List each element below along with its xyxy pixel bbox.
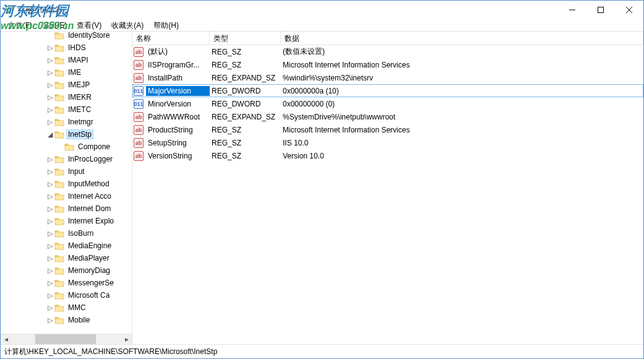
tree-item-label: Inetmgr: [66, 117, 95, 127]
menu-favorites[interactable]: 收藏夹(A): [106, 19, 148, 31]
tree-horizontal-scrollbar[interactable]: ◂ ▸: [1, 334, 132, 344]
expand-toggle-icon[interactable]: ▷: [46, 118, 54, 126]
svg-rect-0: [6, 6, 13, 14]
tree-item[interactable]: ▷MMC: [1, 301, 132, 314]
list-pane[interactable]: 名称 类型 数据 ab(默认)REG_SZ(数值未设置)abIISProgram…: [132, 32, 643, 344]
value-data: Version 10.0: [281, 151, 643, 161]
expand-toggle-icon[interactable]: ▷: [46, 106, 54, 114]
expand-toggle-icon[interactable]: ▷: [46, 292, 54, 300]
list-row[interactable]: ab(默认)REG_SZ(数值未设置): [132, 45, 643, 58]
expand-toggle-icon[interactable]: ▷: [46, 155, 54, 163]
tree-item-label: InProcLogger: [66, 154, 114, 164]
tree-item[interactable]: ▷Microsoft Ca: [1, 289, 132, 301]
folder-icon: [54, 241, 64, 250]
tree-item[interactable]: ▷Input: [1, 165, 132, 178]
folder-icon: [54, 180, 64, 188]
expand-toggle-icon[interactable]: ▷: [46, 242, 54, 250]
tree-pane[interactable]: IdentityStore▷IHDS▷IMAPI▷IME▷IMEJP▷IMEKR…: [1, 32, 132, 344]
expand-toggle-icon[interactable]: ▷: [46, 44, 54, 52]
expand-toggle-icon[interactable]: ▷: [46, 56, 54, 64]
scroll-left-arrow-icon[interactable]: ◂: [1, 334, 11, 345]
expand-toggle-icon[interactable]: ▷: [46, 254, 54, 262]
expand-toggle-icon[interactable]: ▷: [46, 69, 54, 77]
expand-toggle-icon[interactable]: ▷: [46, 192, 54, 201]
menu-edit[interactable]: 编辑(E): [37, 19, 72, 31]
minimize-button[interactable]: [558, 1, 586, 19]
tree-item[interactable]: ▷Internet Explo: [1, 215, 132, 227]
value-name: MinorVersion: [146, 99, 210, 109]
folder-icon: [54, 93, 64, 102]
close-button[interactable]: [615, 1, 643, 19]
tree-item[interactable]: Compone: [1, 141, 132, 153]
string-value-icon: ab: [134, 73, 144, 83]
value-data: Microsoft Internet Information Services: [281, 60, 643, 70]
tree-item[interactable]: ▷IMEKR: [1, 91, 132, 103]
value-name: ProductString: [146, 125, 210, 135]
tree-item[interactable]: ▷MediaEngine: [1, 240, 132, 252]
tree-item[interactable]: ▷IMAPI: [1, 54, 132, 66]
svg-rect-6: [598, 7, 604, 13]
maximize-button[interactable]: [586, 1, 615, 19]
tree-item[interactable]: ▷Inetmgr: [1, 116, 132, 128]
list-row[interactable]: abPathWWWRootREG_EXPAND_SZ%SystemDrive%\…: [132, 110, 643, 123]
value-type: REG_EXPAND_SZ: [210, 73, 281, 83]
expand-toggle-icon[interactable]: ▷: [46, 81, 54, 89]
tree-content: IdentityStore▷IHDS▷IMAPI▷IME▷IMEJP▷IMEKR…: [1, 32, 132, 326]
expand-toggle-icon[interactable]: ▷: [46, 180, 54, 188]
folder-icon: [54, 56, 64, 64]
expand-toggle-icon[interactable]: ▷: [46, 168, 54, 176]
tree-item[interactable]: ▷MessengerSe: [1, 277, 132, 289]
list-row[interactable]: 011MinorVersionREG_DWORD0x00000000 (0): [132, 97, 643, 110]
folder-icon: [54, 68, 64, 77]
folder-icon: [54, 279, 64, 287]
tree-item[interactable]: ▷IME: [1, 66, 132, 79]
tree-item[interactable]: ▷IMEJP: [1, 79, 132, 91]
tree-item[interactable]: ▷Internet Dom: [1, 202, 132, 215]
column-header-type[interactable]: 类型: [210, 32, 281, 45]
expand-toggle-icon[interactable]: ◢: [46, 131, 54, 139]
column-header-name[interactable]: 名称: [132, 32, 210, 45]
scrollbar-track[interactable]: [11, 334, 121, 345]
column-header-data[interactable]: 数据: [281, 32, 643, 45]
value-name: PathWWWRoot: [146, 112, 210, 122]
menu-help[interactable]: 帮助(H): [148, 19, 184, 31]
scrollbar-thumb[interactable]: [35, 334, 96, 345]
value-data: %windir%\system32\inetsrv: [281, 73, 643, 83]
list-row[interactable]: abIISProgramGr...REG_SZMicrosoft Interne…: [132, 58, 643, 71]
tree-item[interactable]: ▷IHDS: [1, 41, 132, 54]
expand-toggle-icon[interactable]: ▷: [46, 316, 54, 324]
list-row[interactable]: abSetupStringREG_SZIIS 10.0: [132, 136, 643, 149]
tree-item[interactable]: ▷InputMethod: [1, 178, 132, 190]
tree-item[interactable]: IdentityStore: [1, 32, 132, 41]
tree-item[interactable]: ◢InetStp: [1, 128, 132, 141]
tree-item-label: Compone: [76, 142, 112, 152]
folder-icon: [54, 130, 64, 139]
tree-item[interactable]: ▷IsoBurn: [1, 227, 132, 240]
expand-toggle-icon[interactable]: ▷: [46, 217, 54, 225]
menu-file[interactable]: 文件(F): [3, 19, 37, 31]
list-row[interactable]: abVersionStringREG_SZVersion 10.0: [132, 149, 643, 162]
tree-item-label: InputMethod: [66, 179, 111, 189]
tree-item-label: IME: [66, 67, 83, 77]
expand-toggle-icon[interactable]: ▷: [46, 279, 54, 287]
menu-view[interactable]: 查看(V): [72, 19, 106, 31]
tree-item[interactable]: ▷MemoryDiag: [1, 264, 132, 277]
tree-item-label: MMC: [66, 303, 88, 313]
expand-toggle-icon[interactable]: ▷: [46, 304, 54, 312]
list-row[interactable]: abInstallPathREG_EXPAND_SZ%windir%\syste…: [132, 71, 643, 84]
tree-item[interactable]: ▷Internet Acco: [1, 190, 132, 202]
regedit-icon: [4, 5, 14, 15]
expand-toggle-icon[interactable]: ▷: [46, 267, 54, 275]
tree-item[interactable]: ▷Mobile: [1, 314, 132, 326]
expand-toggle-icon[interactable]: ▷: [46, 93, 54, 102]
expand-toggle-icon[interactable]: ▷: [46, 230, 54, 238]
expand-toggle-icon[interactable]: ▷: [46, 205, 54, 213]
tree-item[interactable]: ▷MediaPlayer: [1, 252, 132, 264]
value-name: VersionString: [146, 151, 210, 161]
tree-item[interactable]: ▷IMETC: [1, 103, 132, 116]
list-row[interactable]: 011MajorVersionREG_DWORD0x0000000a (10): [132, 84, 643, 97]
folder-icon: [54, 204, 64, 213]
tree-item[interactable]: ▷InProcLogger: [1, 153, 132, 165]
scroll-right-arrow-icon[interactable]: ▸: [121, 334, 132, 345]
list-row[interactable]: abProductStringREG_SZMicrosoft Internet …: [132, 123, 643, 136]
